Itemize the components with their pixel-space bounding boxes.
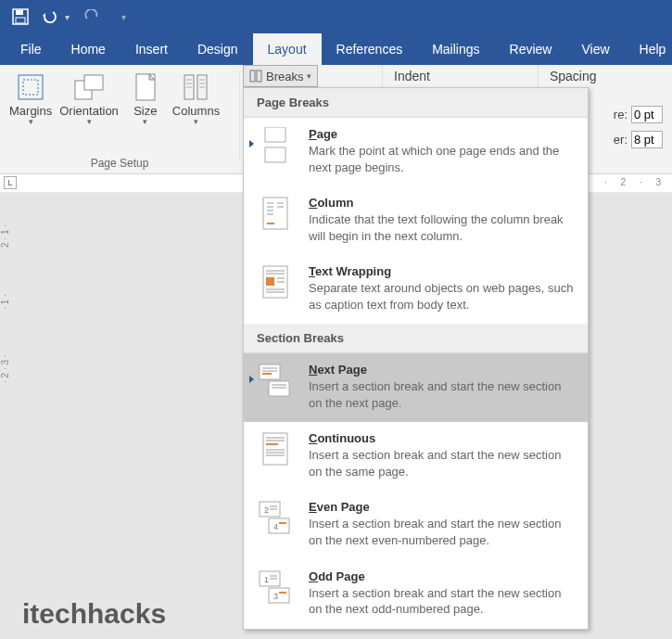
spacing-fields: re: er: [614, 106, 663, 156]
svg-rect-19 [265, 147, 285, 162]
tab-design[interactable]: Design [183, 33, 253, 65]
watermark-text: itechhacks [22, 598, 166, 630]
svg-rect-2 [16, 18, 25, 23]
tab-insert[interactable]: Insert [120, 33, 183, 65]
odd-page-icon: 13 [258, 569, 293, 607]
margins-label: Margins [9, 104, 52, 118]
redo-icon[interactable] [79, 4, 105, 30]
size-button[interactable]: Size ▾ [122, 69, 169, 128]
page-breaks-header: Page Breaks [244, 88, 588, 118]
breaks-dropdown: Page Breaks PageMark the point at which … [243, 87, 589, 630]
indent-label: Indent [382, 65, 445, 87]
breaks-label: Breaks [266, 70, 303, 83]
svg-rect-18 [265, 127, 285, 142]
spacing-before-input[interactable] [631, 106, 663, 123]
svg-rect-1 [16, 10, 23, 15]
svg-text:2: 2 [264, 505, 269, 515]
svg-rect-6 [84, 75, 103, 90]
columns-label: Columns [172, 104, 220, 118]
save-icon[interactable] [7, 4, 33, 30]
tab-help[interactable]: Help [625, 33, 672, 65]
indent-spacing-headers: Indent Spacing [382, 65, 612, 87]
svg-text:4: 4 [273, 522, 278, 531]
svg-rect-40 [269, 381, 289, 396]
next-page-icon [258, 363, 293, 400]
svg-rect-29 [266, 277, 274, 286]
break-even-page[interactable]: 24 Even PageInsert a section break and s… [244, 491, 588, 559]
qat-customize-icon[interactable]: ▾ [121, 12, 126, 22]
page-break-icon [260, 127, 291, 164]
svg-rect-4 [23, 80, 38, 95]
tab-references[interactable]: References [322, 33, 418, 65]
size-label: Size [133, 104, 157, 118]
break-column[interactable]: ColumnIndicate that the text following t… [244, 186, 588, 255]
even-page-icon: 24 [258, 500, 293, 537]
tab-file[interactable]: File [6, 33, 57, 65]
svg-rect-54 [269, 518, 289, 533]
tab-view[interactable]: View [566, 33, 624, 65]
undo-caret-icon[interactable]: ▾ [65, 12, 70, 22]
chevron-down-icon: ▾ [194, 118, 198, 126]
svg-text:1: 1 [264, 575, 269, 584]
page-setup-group-label: Page Setup [0, 157, 239, 170]
text-wrapping-icon [261, 264, 289, 300]
svg-text:3: 3 [273, 592, 278, 601]
svg-rect-16 [250, 70, 255, 82]
spacing-before-label: re: [614, 108, 628, 121]
tab-review[interactable]: Review [495, 33, 567, 65]
margins-button[interactable]: Margins ▾ [6, 69, 56, 128]
break-odd-page[interactable]: 13 Odd PageInsert a section break and st… [244, 560, 588, 629]
spacing-after-input[interactable] [631, 131, 663, 148]
titlebar: ▾ ▾ [0, 0, 672, 33]
undo-icon[interactable] [37, 4, 63, 30]
tab-mailings[interactable]: Mailings [417, 33, 494, 65]
ruler-ticks: · 2 · 3 [604, 177, 666, 187]
svg-rect-17 [257, 70, 261, 82]
breaks-button[interactable]: Breaks ▾ [243, 65, 318, 87]
breaks-icon [249, 70, 262, 83]
chevron-down-icon: ▾ [307, 71, 311, 81]
section-breaks-header: Section Breaks [244, 324, 588, 353]
svg-rect-36 [260, 364, 280, 379]
tab-selector[interactable]: L [4, 176, 17, 189]
menubar: FileHomeInsertDesignLayoutReferencesMail… [0, 33, 672, 65]
group-separator [239, 70, 240, 160]
break-continuous[interactable]: ContinuousInsert a section break and sta… [244, 422, 588, 491]
spacing-label: Spacing [538, 65, 612, 87]
break-next-page[interactable]: Next PageInsert a section break and star… [244, 353, 588, 422]
break-text-wrapping[interactable]: Text WrappingSeparate text around object… [244, 255, 588, 324]
svg-rect-61 [269, 588, 289, 603]
column-break-icon [261, 196, 289, 231]
vertical-ruler[interactable]: 2 · 1 · · 1 · · 2 · 3 · [0, 202, 20, 639]
chevron-down-icon: ▾ [29, 118, 33, 126]
spacing-after-label: er: [614, 133, 628, 147]
tab-layout[interactable]: Layout [253, 33, 322, 65]
columns-button[interactable]: Columns ▾ [169, 69, 223, 128]
break-page[interactable]: PageMark the point at which one page end… [244, 118, 588, 186]
orientation-label: Orientation [59, 104, 119, 118]
orientation-button[interactable]: Orientation ▾ [56, 69, 122, 128]
tab-home[interactable]: Home [57, 33, 120, 65]
continuous-icon [261, 431, 289, 466]
chevron-down-icon: ▾ [143, 118, 147, 126]
chevron-down-icon: ▾ [87, 118, 92, 126]
svg-rect-20 [263, 198, 287, 229]
svg-rect-3 [19, 75, 43, 99]
